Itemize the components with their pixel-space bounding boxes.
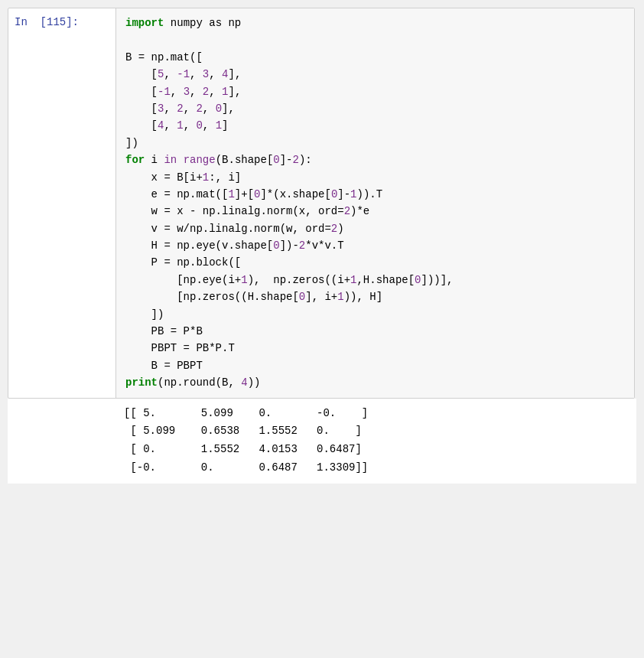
code-line-1: import numpy as np (125, 15, 625, 31)
code-line-12: v = w/np.linalg.norm(w, ord=2) (125, 220, 625, 237)
code-line-5: [3, 2, 2, 0], (125, 100, 625, 117)
code-line-10: e = np.mat([1]+[0]*(x.shape[0]-1)).T (125, 186, 625, 203)
code-line-2: B = np.mat([ (125, 49, 625, 66)
output-text: [[ 5. 5.099 0. -0. ] [ 5.099 0.6538 1.55… (124, 407, 368, 474)
cell-prompt: In [115]: (8, 8, 115, 34)
code-line-7: ]) (125, 135, 625, 151)
code-line-14: P = np.block([ (125, 254, 625, 271)
code-line-18: PB = P*B (125, 323, 625, 340)
code-line-16: [np.zeros((H.shape[0], i+1)), H] (125, 288, 625, 305)
code-line-13: H = np.eye(v.shape[0])-2*v*v.T (125, 237, 625, 254)
code-line-19: PBPT = PB*P.T (125, 340, 625, 357)
code-line-9: x = B[i+1:, i] (125, 169, 625, 186)
cell-code-area[interactable]: import numpy as np B = np.mat([ [5, -1, … (115, 8, 634, 398)
code-line-6: [4, 1, 0, 1] (125, 117, 625, 134)
code-line-blank (125, 31, 625, 48)
code-line-11: w = x - np.linalg.norm(x, ord=2)*e (125, 203, 625, 220)
code-line-17: ]) (125, 306, 625, 323)
code-line-20: B = PBPT (125, 357, 625, 374)
notebook-cell: In [115]: import numpy as np B = np.mat(… (8, 8, 635, 399)
cell-output-area: [[ 5. 5.099 0. -0. ] [ 5.099 0.6538 1.55… (8, 399, 636, 484)
code-line-21: print(np.round(B, 4)) (125, 374, 625, 391)
code-line-8: for i in range(B.shape[0]-2): (125, 151, 625, 168)
code-line-15: [np.eye(i+1), np.zeros((i+1,H.shape[0]))… (125, 272, 625, 288)
code-line-4: [-1, 3, 2, 1], (125, 83, 625, 100)
code-line-3: [5, -1, 3, 4], (125, 66, 625, 83)
